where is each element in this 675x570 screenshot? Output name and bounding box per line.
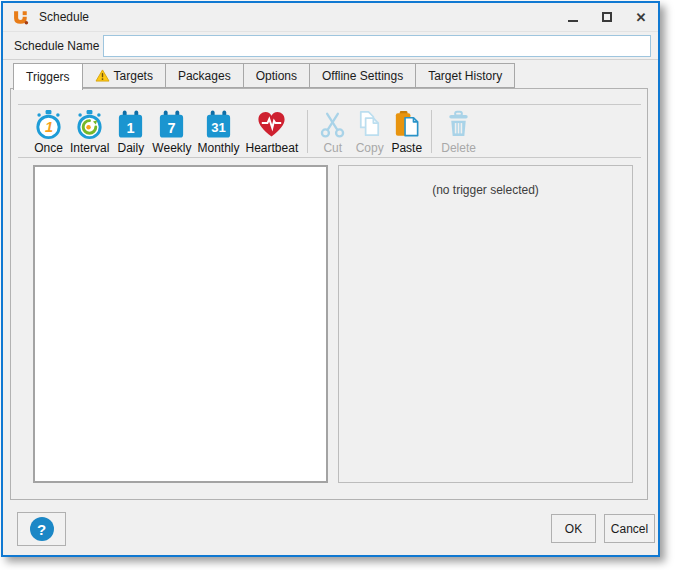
schedule-name-input[interactable]	[103, 35, 651, 57]
scissors-icon	[317, 109, 348, 140]
trigger-toolbar: 1 Once Interval	[18, 104, 641, 158]
schedule-name-label: Schedule Name	[14, 39, 99, 53]
triggers-tab-content: 1 Once Interval	[10, 88, 648, 500]
minimize-icon	[568, 20, 578, 22]
warning-icon	[95, 69, 110, 82]
heartbeat-icon	[256, 109, 287, 140]
calendar-week-icon: 7	[156, 109, 187, 140]
title-bar: Schedule ✕	[3, 3, 658, 32]
tab-strip: Triggers Targets Packages Options Offlin…	[13, 63, 515, 90]
tab-targets[interactable]: Targets	[82, 63, 166, 88]
heartbeat-button[interactable]: Heartbeat	[243, 109, 302, 155]
tab-triggers[interactable]: Triggers	[13, 63, 83, 90]
interval-button[interactable]: Interval	[67, 109, 112, 155]
app-logo-icon	[12, 9, 29, 26]
stopwatch-interval-icon	[74, 109, 105, 140]
tab-options[interactable]: Options	[243, 63, 310, 88]
svg-text:1: 1	[45, 119, 53, 135]
copy-button[interactable]: Copy	[351, 109, 388, 155]
minimize-button[interactable]	[556, 3, 590, 31]
tab-target-history[interactable]: Target History	[415, 63, 515, 88]
window-title: Schedule	[39, 10, 89, 24]
paste-button[interactable]: Paste	[388, 109, 425, 155]
clipboard-paste-icon	[391, 109, 422, 140]
once-button[interactable]: 1 Once	[30, 109, 67, 155]
ok-button[interactable]: OK	[551, 514, 596, 543]
trigger-list[interactable]	[33, 165, 328, 483]
close-icon: ✕	[636, 11, 647, 24]
delete-button[interactable]: Delete	[438, 109, 479, 155]
tab-offline-settings[interactable]: Offline Settings	[309, 63, 416, 88]
toolbar-separator	[431, 110, 432, 153]
maximize-icon	[602, 12, 612, 22]
copy-pages-icon	[354, 109, 385, 140]
cancel-button[interactable]: Cancel	[604, 514, 655, 543]
help-button[interactable]: ?	[17, 512, 66, 546]
no-trigger-message: (no trigger selected)	[339, 183, 632, 197]
schedule-name-row: Schedule Name	[3, 33, 658, 60]
weekly-button[interactable]: 7 Weekly	[149, 109, 194, 155]
daily-button[interactable]: 1 Daily	[112, 109, 149, 155]
calendar-month-icon: 31	[203, 109, 234, 140]
svg-text:7: 7	[168, 120, 176, 136]
screen: Schedule ✕ Schedule Name Triggers Target…	[0, 0, 675, 570]
cut-button[interactable]: Cut	[314, 109, 351, 155]
svg-text:1: 1	[127, 120, 135, 136]
trash-icon	[443, 109, 474, 140]
calendar-day-icon: 1	[115, 109, 146, 140]
schedule-dialog: Schedule ✕ Schedule Name Triggers Target…	[1, 1, 660, 557]
maximize-button[interactable]	[590, 3, 624, 31]
trigger-detail-panel: (no trigger selected)	[338, 165, 633, 483]
tab-packages[interactable]: Packages	[165, 63, 244, 88]
close-button[interactable]: ✕	[624, 3, 658, 31]
window-controls: ✕	[556, 3, 658, 31]
stopwatch-once-icon: 1	[33, 109, 64, 140]
monthly-button[interactable]: 31 Monthly	[194, 109, 242, 155]
svg-text:31: 31	[211, 120, 226, 135]
help-icon: ?	[30, 517, 54, 541]
toolbar-separator	[307, 110, 308, 153]
